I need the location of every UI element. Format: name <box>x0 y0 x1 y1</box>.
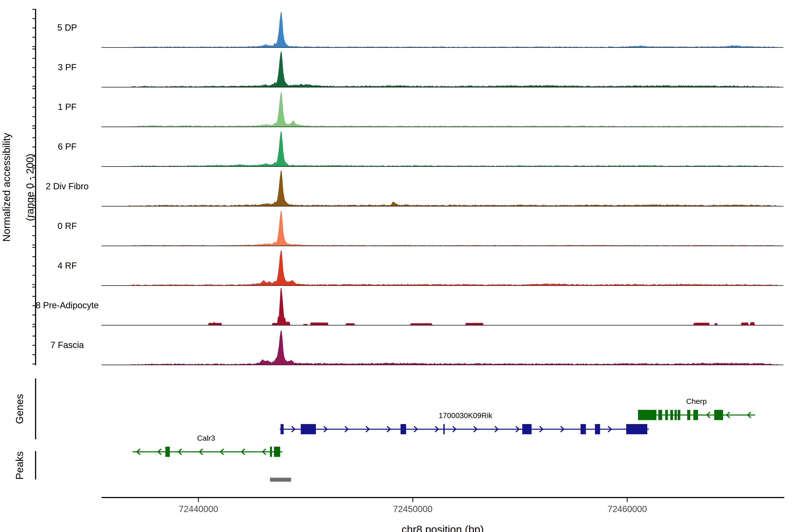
x-axis-tick <box>412 498 413 502</box>
track-label-3: 1 PF <box>58 102 76 112</box>
x-tick-label-72450000: 72450000 <box>393 504 433 514</box>
gene-exon-Cherp <box>714 410 723 420</box>
track-baseline <box>101 325 783 325</box>
gene-exon-1700030K09Rik <box>443 424 445 434</box>
gene-name-1700030K09Rik: 1700030K09Rik <box>439 411 492 420</box>
signal-track-1-pf <box>101 91 783 127</box>
y-axis-title-line1: Normalized accessibility <box>1 133 12 242</box>
gene-exon-Cherp <box>678 410 680 420</box>
y-axis-title-line2: (range 0 - 200) <box>24 154 36 221</box>
y-axis-tick <box>32 326 36 327</box>
x-axis-line <box>101 497 784 498</box>
signal-track-6-pf <box>101 131 783 167</box>
gene-exon-Calr3 <box>165 446 170 457</box>
y-axis-tick <box>32 116 36 117</box>
y-axis-tick <box>32 284 36 285</box>
gene-line-Calr3 <box>133 451 282 452</box>
track-baseline <box>101 166 783 167</box>
y-axis-tick <box>32 354 36 355</box>
y-axis-tick <box>32 97 36 98</box>
y-axis-tick <box>32 363 36 364</box>
x-axis-tick <box>198 498 199 502</box>
track-baseline <box>101 206 783 206</box>
gene-exon-1700030K09Rik <box>626 424 647 434</box>
track-label-2: 3 PF <box>58 62 76 72</box>
gene-exon-Cherp <box>658 410 662 420</box>
genes-section-label: Genes <box>14 394 25 424</box>
y-axis-tick <box>32 27 36 28</box>
track-baseline <box>101 246 783 246</box>
y-axis-tick <box>32 18 36 19</box>
track-label-7: 4 RF <box>58 261 77 271</box>
signal-track-8-pre-adipocyte <box>101 288 783 325</box>
y-axis-tick <box>32 76 36 77</box>
y-axis-tick <box>32 275 36 276</box>
y-axis-tick <box>32 67 36 68</box>
signal-track-5-dp <box>101 11 783 48</box>
gene-exon-Calr3 <box>270 446 272 457</box>
genes-axis-line <box>35 378 36 439</box>
y-axis-tick <box>32 58 36 59</box>
y-axis-tick <box>32 107 36 108</box>
x-tick-label-72460000: 72460000 <box>608 504 647 514</box>
gene-exon-Calr3 <box>274 446 280 457</box>
y-axis-tick <box>32 324 36 325</box>
y-axis-tick <box>32 37 36 38</box>
gene-exon-Cherp <box>638 410 657 420</box>
y-axis-tick <box>32 266 36 266</box>
gene-name-Cherp: Cherp <box>686 397 707 406</box>
peaks-section-label: Peaks <box>14 451 25 480</box>
y-axis-tick <box>32 296 36 297</box>
y-axis-tick <box>32 9 36 10</box>
y-axis-tick <box>32 345 36 346</box>
track-label-8: 8 Pre-Adipocyte <box>36 300 99 310</box>
track-baseline <box>101 127 783 127</box>
y-axis-tick <box>32 305 36 306</box>
signal-track-0-rf <box>101 210 783 246</box>
gene-name-Calr3: Calr3 <box>197 434 215 442</box>
y-axis-tick <box>32 336 36 337</box>
track-label-1: 5 DP <box>57 23 77 33</box>
signal-track-2-div-fibro <box>101 170 783 206</box>
gene-exon-1700030K09Rik <box>595 424 600 434</box>
track-baseline <box>101 285 783 286</box>
gene-exon-Cherp <box>665 410 668 420</box>
y-axis-tick <box>32 287 36 287</box>
y-axis-tick <box>32 126 36 126</box>
track-label-5: 2 Div Fibro <box>46 181 89 191</box>
gene-exon-Cherp <box>670 410 673 420</box>
y-axis-tick <box>32 315 36 316</box>
y-axis-tick <box>32 128 36 129</box>
peaks-axis-line <box>35 451 36 479</box>
x-axis-tick <box>627 498 628 502</box>
track-baseline <box>101 87 783 87</box>
tracks-plot <box>0 0 798 532</box>
signal-track-3-pf <box>101 51 783 87</box>
y-axis-tick <box>32 49 36 50</box>
signal-track-4-rf <box>101 250 783 285</box>
gene-exon-Cherp <box>694 410 698 420</box>
track-baseline <box>101 365 783 365</box>
gene-exon-1700030K09Rik <box>401 424 406 434</box>
track-label-4: 6 PF <box>58 141 76 152</box>
y-axis-tick <box>32 88 36 89</box>
y-axis-tick <box>32 86 36 87</box>
y-axis-title: Normalized accessibility (range 0 - 200) <box>1 133 36 242</box>
gene-exon-1700030K09Rik <box>281 424 284 434</box>
track-label-6: 0 RF <box>58 221 77 231</box>
genome-browser-figure: Normalized accessibility (range 0 - 200)… <box>0 0 798 532</box>
track-baseline <box>101 47 783 48</box>
y-axis-tick <box>32 247 36 248</box>
y-axis-tick <box>32 46 36 47</box>
x-axis-title: chr8 position (bp) <box>402 524 484 532</box>
x-tick-label-72440000: 72440000 <box>179 504 218 514</box>
gene-exon-Cherp <box>687 410 690 420</box>
gene-line-1700030K09Rik <box>280 429 649 430</box>
signal-track-7-fascia <box>101 330 783 365</box>
y-axis-tick <box>32 256 36 257</box>
peak-region-bar <box>270 478 291 482</box>
gene-exon-1700030K09Rik <box>581 424 586 434</box>
track-label-9: 7 Fascia <box>50 340 84 350</box>
gene-exon-1700030K09Rik <box>522 424 532 434</box>
y-axis-tick <box>32 245 36 245</box>
